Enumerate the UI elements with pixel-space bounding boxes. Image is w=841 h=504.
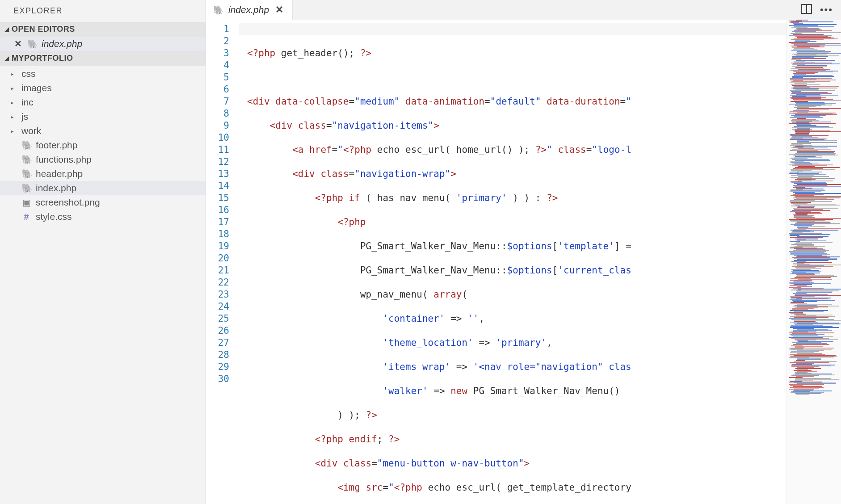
folder-row[interactable]: ▸inc — [0, 95, 206, 109]
folder-name: images — [21, 83, 52, 93]
code-editor[interactable]: 1234567891011121314151617181920212223242… — [206, 20, 841, 504]
folder-name: inc — [21, 97, 34, 108]
open-editor-item[interactable]: ✕ 🐘 index.php — [0, 37, 206, 51]
code-content[interactable]: <?php get_header(); ?> <div data-collaps… — [239, 20, 786, 504]
file-name: index.php — [36, 183, 76, 193]
editor-area: 🐘 index.php ✕ ••• 1234567891011121314151… — [206, 0, 841, 504]
project-label: MYPORTFOLIO — [12, 54, 73, 63]
minimap[interactable] — [786, 20, 841, 504]
php-icon: 🐘 — [21, 154, 31, 165]
line-gutter: 1234567891011121314151617181920212223242… — [206, 20, 239, 504]
chevron-right-icon: ▸ — [11, 99, 17, 106]
file-name: footer.php — [36, 140, 77, 151]
file-row[interactable]: 🐘index.php — [0, 181, 206, 195]
file-row[interactable]: 🐘header.php — [0, 167, 206, 181]
folder-name: css — [21, 68, 36, 79]
hash-icon: # — [21, 212, 31, 222]
php-icon: 🐘 — [21, 140, 31, 151]
collapse-icon: ◢ — [4, 26, 10, 33]
folder-name: work — [21, 126, 41, 136]
file-name: style.css — [36, 211, 72, 222]
image-icon: ▣ — [21, 197, 31, 208]
chevron-right-icon: ▸ — [11, 128, 17, 134]
file-row[interactable]: ▣screenshot.png — [0, 195, 206, 210]
file-row[interactable]: 🐘functions.php — [0, 152, 206, 167]
project-header[interactable]: ◢ MYPORTFOLIO — [0, 51, 206, 66]
current-line-highlight — [239, 23, 786, 35]
php-icon: 🐘 — [21, 183, 31, 193]
open-editors-label: OPEN EDITORS — [12, 25, 75, 34]
file-row[interactable]: 🐘footer.php — [0, 138, 206, 152]
php-icon: 🐘 — [213, 5, 224, 15]
tab-bar: 🐘 index.php ✕ ••• — [206, 0, 841, 20]
tab-filename: index.php — [228, 4, 269, 15]
editor-actions: ••• — [801, 0, 841, 20]
file-tree: ▸css ▸images ▸inc ▸js ▸work 🐘footer.php … — [0, 66, 206, 224]
file-name: functions.php — [36, 154, 92, 165]
chevron-right-icon: ▸ — [11, 113, 17, 120]
editor-tab[interactable]: 🐘 index.php ✕ — [206, 0, 293, 20]
open-editor-filename: index.php — [42, 38, 82, 49]
explorer-title: EXPLORER — [0, 0, 206, 22]
folder-name: js — [21, 111, 28, 122]
collapse-icon: ◢ — [4, 55, 10, 62]
folder-row[interactable]: ▸images — [0, 81, 206, 95]
php-icon: 🐘 — [27, 39, 38, 49]
file-name: screenshot.png — [36, 197, 100, 208]
folder-row[interactable]: ▸css — [0, 67, 206, 81]
chevron-right-icon: ▸ — [11, 71, 17, 77]
folder-row[interactable]: ▸work — [0, 124, 206, 138]
open-editors-header[interactable]: ◢ OPEN EDITORS — [0, 22, 206, 37]
php-icon: 🐘 — [21, 168, 31, 179]
close-icon[interactable]: ✕ — [13, 38, 24, 49]
close-icon[interactable]: ✕ — [273, 4, 285, 16]
chevron-right-icon: ▸ — [11, 85, 17, 92]
explorer-sidebar: EXPLORER ◢ OPEN EDITORS ✕ 🐘 index.php ◢ … — [0, 0, 206, 504]
more-icon[interactable]: ••• — [820, 4, 833, 16]
file-row[interactable]: #style.css — [0, 210, 206, 224]
split-editor-icon[interactable] — [801, 4, 812, 16]
folder-row[interactable]: ▸js — [0, 109, 206, 124]
file-name: header.php — [36, 168, 83, 179]
